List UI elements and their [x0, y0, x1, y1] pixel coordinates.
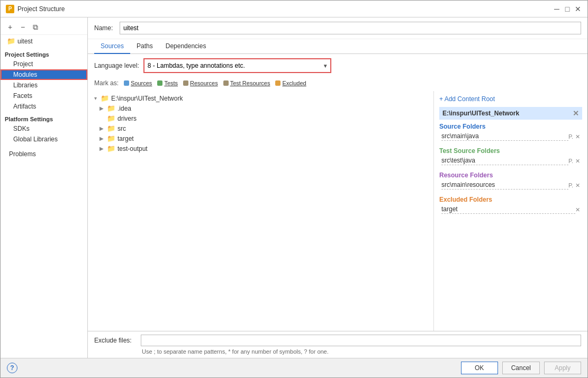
mark-sources-button[interactable]: Sources	[124, 80, 152, 86]
drivers-label: drivers	[117, 115, 137, 122]
sidebar-item-sdks[interactable]: SDKs	[1, 123, 87, 134]
file-tree[interactable]: ▾ 📁 E:\inspur\UITest_Network ▶ 📁 .idea	[88, 91, 434, 331]
test-source-folder-path: src\test\java	[441, 157, 568, 165]
maximize-button[interactable]: □	[563, 5, 572, 13]
mark-as-row: Mark as: Sources Tests Resources	[88, 77, 587, 91]
panel-body: Language level: 8 - Lambdas, type annota…	[88, 54, 587, 358]
add-module-button[interactable]: +	[5, 22, 15, 32]
root-path-label: E:\inspur\UITest_Network	[111, 95, 183, 102]
apply-button[interactable]: Apply	[544, 362, 581, 374]
resource-folder-entry: src\main\resources P. ✕	[439, 180, 582, 191]
test-resources-dot	[223, 80, 229, 86]
source-folder-entry: src\main\java P. ✕	[439, 131, 582, 142]
content-root-close-icon[interactable]: ✕	[573, 109, 579, 118]
tree-item-src[interactable]: ▶ 📁 src	[88, 123, 433, 133]
mark-test-resources-button[interactable]: Test Resources	[223, 80, 270, 86]
tree-item-idea[interactable]: ▶ 📁 .idea	[88, 103, 433, 113]
help-button[interactable]: ?	[7, 363, 17, 373]
sidebar-item-libraries[interactable]: Libraries	[1, 80, 87, 91]
test-source-folder-entry: src\test\java P. ✕	[439, 156, 582, 166]
cancel-button[interactable]: Cancel	[502, 362, 540, 374]
resource-folder-props[interactable]: P.	[568, 182, 573, 189]
remove-module-button[interactable]: −	[17, 22, 28, 32]
window-title: Project Structure	[17, 5, 65, 13]
footer-right: OK Cancel Apply	[461, 362, 581, 374]
test-output-folder-icon: 📁	[107, 145, 115, 152]
source-folder-actions: P. ✕	[568, 133, 580, 140]
content-root-title: E:\inspur\UITest_Network ✕	[439, 107, 582, 120]
main-content: + − ⧉ 📁 uitest Project Settings Project …	[1, 17, 587, 358]
tab-sources[interactable]: Sources	[94, 39, 130, 54]
project-folder-icon: 📁	[7, 37, 15, 45]
sidebar-item-problems[interactable]: Problems	[1, 149, 87, 159]
test-source-folder-props[interactable]: P.	[568, 158, 573, 165]
excluded-badge-label: Excluded	[282, 80, 306, 86]
source-folder-remove-icon[interactable]: ✕	[575, 133, 580, 140]
drivers-folder-icon: 📁	[107, 114, 115, 122]
tab-paths[interactable]: Paths	[130, 39, 159, 54]
language-level-label: Language level:	[94, 62, 139, 69]
excluded-folder-remove-icon[interactable]: ✕	[575, 206, 580, 213]
idea-expand-icon: ▶	[98, 105, 105, 111]
sidebar-item-project[interactable]: Project	[1, 59, 87, 69]
dialog-footer: ? OK Cancel Apply	[1, 358, 587, 377]
copy-module-button[interactable]: ⧉	[30, 22, 41, 32]
title-bar-left: P Project Structure	[6, 5, 65, 13]
src-expand-icon: ▶	[98, 125, 105, 131]
language-level-row: Language level: 8 - Lambdas, type annota…	[88, 54, 587, 77]
add-content-root-button[interactable]: + Add Content Root	[439, 95, 582, 103]
sidebar-item-modules[interactable]: Modules	[1, 69, 87, 80]
target-label: target	[117, 135, 134, 142]
sources-dot	[124, 80, 129, 86]
excluded-heading: Excluded Folders	[439, 196, 582, 203]
source-folders-heading: Source Folders	[439, 123, 582, 130]
excluded-folder-path: target	[441, 205, 575, 214]
language-level-select[interactable]: 8 - Lambdas, type annotations etc. 11 - …	[144, 59, 321, 72]
exclude-hint: Use ; to separate name patterns, * for a…	[94, 348, 581, 355]
test-source-folder-remove-icon[interactable]: ✕	[575, 158, 580, 165]
excluded-folders-section: Excluded Folders target ✕	[439, 196, 582, 215]
source-folders-section: Source Folders src\main\java P. ✕	[439, 123, 582, 142]
sidebar-item-facets[interactable]: Facets	[1, 91, 87, 101]
tree-item-test-output[interactable]: ▶ 📁 test-output	[88, 143, 433, 154]
root-folder-icon: 📁	[101, 94, 109, 102]
source-folder-path: src\main\java	[441, 132, 568, 141]
app-icon: P	[6, 5, 14, 13]
test-output-label: test-output	[117, 145, 148, 152]
resource-heading: Resource Folders	[439, 172, 582, 179]
platform-settings-section: Platform Settings	[1, 112, 87, 123]
minimize-button[interactable]: ─	[553, 5, 561, 13]
source-folder-props[interactable]: P.	[568, 133, 573, 140]
idea-folder-icon: 📁	[107, 104, 115, 112]
window-controls: ─ □ ✕	[553, 5, 582, 13]
project-structure-dialog: P Project Structure ─ □ ✕ + − ⧉ 📁 uitest…	[0, 0, 588, 378]
test-output-expand-icon: ▶	[98, 146, 105, 151]
right-panel: Name: Sources Paths Dependencies Languag…	[88, 17, 587, 358]
name-input[interactable]	[120, 22, 581, 34]
project-node-label: uitest	[17, 38, 33, 45]
sidebar-item-artifacts[interactable]: Artifacts	[1, 101, 87, 112]
idea-label: .idea	[117, 105, 131, 112]
sidebar-item-global-libraries[interactable]: Global Libraries	[1, 134, 87, 145]
tabs-bar: Sources Paths Dependencies	[88, 39, 587, 54]
exclude-files-input[interactable]	[141, 335, 581, 346]
resource-folder-remove-icon[interactable]: ✕	[575, 182, 580, 189]
sidebar: + − ⧉ 📁 uitest Project Settings Project …	[1, 17, 88, 358]
tab-dependencies[interactable]: Dependencies	[159, 39, 213, 54]
title-bar: P Project Structure ─ □ ✕	[1, 1, 587, 17]
tree-item-drivers[interactable]: 📁 drivers	[88, 113, 433, 123]
ok-button[interactable]: OK	[461, 362, 498, 374]
tests-dot	[157, 80, 162, 86]
name-row: Name:	[88, 17, 587, 39]
tree-root-item[interactable]: ▾ 📁 E:\inspur\UITest_Network	[88, 93, 433, 103]
test-source-folder-actions: P. ✕	[568, 158, 580, 165]
mark-resources-button[interactable]: Resources	[183, 80, 218, 86]
test-source-folders-section: Test Source Folders src\test\java P. ✕	[439, 147, 582, 166]
mark-tests-button[interactable]: Tests	[157, 80, 178, 86]
project-tree-node[interactable]: 📁 uitest	[1, 35, 87, 47]
close-button[interactable]: ✕	[574, 5, 582, 13]
src-label: src	[117, 125, 126, 132]
tree-item-target[interactable]: ▶ 📁 target	[88, 133, 433, 143]
mark-excluded-button[interactable]: Excluded	[275, 80, 306, 86]
resource-folders-section: Resource Folders src\main\resources P. ✕	[439, 172, 582, 191]
